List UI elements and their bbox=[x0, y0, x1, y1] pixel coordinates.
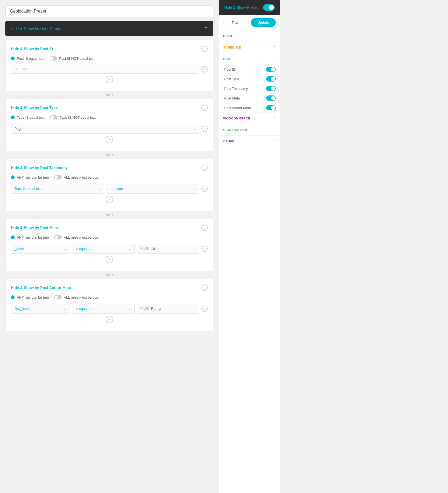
meta-operator-chevron-icon: ⌄ bbox=[129, 247, 131, 251]
sidebar-schedule-header[interactable]: SCHEDULE ⌃ bbox=[219, 42, 280, 53]
right-panel: Hide & Show Preset Trash Update USER ⌃ S… bbox=[219, 0, 280, 493]
sidebar-post-id-label: Post ID bbox=[224, 67, 236, 71]
sidebar-item-post-author-meta: Post Author Meta bbox=[219, 103, 280, 113]
meta-value-field[interactable]: VALUE: 10 bbox=[137, 244, 199, 254]
post-meta-title: Hide & Show by Post Meta bbox=[11, 226, 58, 230]
post-type-add-row: + bbox=[11, 136, 208, 143]
author-any-dot bbox=[11, 295, 15, 299]
post-type-collapse-btn[interactable]: ⌄ bbox=[201, 105, 208, 111]
post-id-add-btn[interactable]: + bbox=[106, 76, 113, 83]
post-author-meta-header: Hide & Show by Post Author Meta ⌄ bbox=[11, 284, 208, 291]
taxonomy-any-option[interactable]: ANY rule can be true bbox=[11, 175, 49, 179]
taxonomy-term-chevron-icon: ⌄ bbox=[98, 187, 101, 191]
taxonomy-all-dot bbox=[54, 175, 62, 179]
taxonomy-clear-btn[interactable]: ✕ bbox=[201, 186, 208, 192]
user-status-chevron[interactable]: ⌃ bbox=[204, 26, 208, 31]
sidebar-geolocation-label: GEOLOCATION bbox=[223, 128, 247, 131]
sidebar-post-author-meta-label: Post Author Meta bbox=[224, 106, 251, 110]
post-meta-header: Hide & Show by Post Meta ⌄ bbox=[11, 225, 208, 231]
post-author-meta-toggle-row: ANY rule can be true ALL rules must be t… bbox=[11, 295, 208, 299]
meta-any-dot bbox=[11, 235, 15, 239]
meta-clear-btn[interactable]: ✕ bbox=[201, 246, 208, 252]
post-type-add-btn[interactable]: + bbox=[106, 136, 113, 143]
post-author-meta-add-btn[interactable]: + bbox=[106, 316, 113, 323]
sidebar-post-meta-label: Post Meta bbox=[224, 96, 240, 100]
left-panel: Hide & Show by User Status ⌃ Hide & Show… bbox=[0, 0, 219, 493]
and-divider-4: AND bbox=[5, 273, 213, 277]
and-divider-1: AND bbox=[5, 93, 213, 97]
post-id-clear-btn[interactable]: ✕ bbox=[201, 66, 208, 73]
meta-operator-dropdown[interactable]: is equal to... ⌄ bbox=[72, 244, 134, 254]
post-is-not-equal-option[interactable]: Post IS NOT equal to... bbox=[50, 56, 95, 61]
sidebar-item-post-type: Post Type bbox=[219, 74, 280, 84]
post-meta-add-btn[interactable]: + bbox=[106, 256, 113, 263]
post-id-collapse-btn[interactable]: ⌄ bbox=[201, 46, 208, 52]
preset-title-input[interactable] bbox=[5, 5, 213, 17]
preset-toggle-switch[interactable] bbox=[263, 4, 275, 11]
post-type-header: Hide & Show by Post Type ⌄ bbox=[11, 105, 208, 111]
sidebar-user-chevron-icon: ⌃ bbox=[273, 34, 276, 38]
post-type-chevron-icon: ⌄ bbox=[193, 127, 196, 131]
sidebar-post-chevron-icon: ⌄ bbox=[273, 57, 276, 61]
sidebar-post-type-label: Post Type bbox=[224, 77, 240, 81]
sidebar-woocommerce-section: WOOCOMMERCE ⌃ bbox=[219, 113, 280, 124]
sidebar-other-section: OTHER ⌃ bbox=[219, 136, 280, 147]
right-panel-title: Hide & Show Preset bbox=[224, 5, 258, 10]
sidebar-post-header[interactable]: POST ⌄ bbox=[219, 53, 280, 65]
post-is-not-equal-dot bbox=[50, 56, 57, 61]
post-taxonomy-add-btn[interactable]: + bbox=[106, 196, 113, 203]
sidebar-post-type-toggle[interactable] bbox=[266, 76, 276, 82]
sidebar-post-taxonomy-toggle[interactable] bbox=[266, 86, 276, 91]
meta-all-option[interactable]: ALL rules must be true bbox=[54, 235, 98, 239]
post-taxonomy-add-row: + bbox=[11, 196, 208, 203]
sidebar-post-id-toggle[interactable] bbox=[266, 67, 276, 72]
type-is-not-equal-option[interactable]: Type IS NOT equal to... bbox=[50, 115, 96, 119]
sidebar-geolocation-chevron-icon: ⌃ bbox=[273, 128, 276, 132]
post-taxonomy-collapse-btn[interactable]: ⌄ bbox=[201, 165, 208, 171]
taxonomy-value-dropdown[interactable]: template ⌄ bbox=[106, 184, 199, 194]
post-author-meta-add-row: + bbox=[11, 316, 208, 323]
sidebar-other-header[interactable]: OTHER ⌃ bbox=[219, 136, 280, 147]
taxonomy-value-chevron-icon: ⌄ bbox=[193, 187, 196, 191]
post-id-section: Hide & Show by Post ID ⌄ Post IS equal t… bbox=[5, 40, 213, 91]
sidebar-post-meta-toggle[interactable] bbox=[266, 95, 276, 101]
post-type-dropdown[interactable]: Page ⌄ bbox=[11, 124, 199, 134]
update-button[interactable]: Update bbox=[251, 18, 276, 27]
sidebar-user-header[interactable]: USER ⌃ bbox=[219, 30, 280, 42]
post-id-header: Hide & Show by Post ID ⌄ bbox=[11, 46, 208, 52]
author-all-dot bbox=[54, 295, 62, 299]
author-clear-btn[interactable]: ✕ bbox=[201, 306, 208, 312]
taxonomy-all-option[interactable]: ALL rules must be true bbox=[54, 175, 98, 179]
meta-any-option[interactable]: ANY rule can be true bbox=[11, 235, 49, 239]
author-all-option[interactable]: ALL rules must be true bbox=[54, 295, 98, 299]
post-taxonomy-input-row: Term is equal to... ⌄ template ⌄ ✕ bbox=[11, 184, 208, 194]
post-is-equal-option[interactable]: Post IS equal to... bbox=[11, 57, 44, 61]
sidebar-item-post-taxonomy: Post Taxonomy bbox=[219, 84, 280, 93]
author-operator-chevron-icon: ⌄ bbox=[129, 307, 131, 311]
taxonomy-any-dot bbox=[11, 175, 15, 179]
trash-button[interactable]: Trash bbox=[223, 18, 249, 27]
post-id-add-row: + bbox=[11, 76, 208, 83]
sidebar-woocommerce-header[interactable]: WOOCOMMERCE ⌃ bbox=[219, 113, 280, 124]
sidebar-geolocation-header[interactable]: GEOLOCATION ⌃ bbox=[219, 124, 280, 135]
post-id-label: POST ID: bbox=[14, 68, 27, 71]
post-author-meta-input-row: first_name ⌄ is equal to... ⌄ VALUE: Ran… bbox=[11, 304, 208, 314]
post-meta-collapse-btn[interactable]: ⌄ bbox=[201, 225, 208, 231]
post-author-meta-collapse-btn[interactable]: ⌄ bbox=[201, 284, 208, 291]
type-is-not-equal-dot bbox=[50, 115, 58, 119]
type-is-equal-option[interactable]: Type IS equal to... bbox=[11, 115, 45, 119]
sidebar-post-author-meta-toggle[interactable] bbox=[266, 105, 276, 110]
right-header: Hide & Show Preset bbox=[219, 0, 280, 15]
author-value-field[interactable]: VALUE: Randy bbox=[137, 304, 199, 314]
post-type-section: Hide & Show by Post Type ⌄ Type IS equal… bbox=[5, 99, 213, 151]
meta-all-dot bbox=[54, 235, 62, 239]
taxonomy-term-dropdown[interactable]: Term is equal to... ⌄ bbox=[11, 184, 104, 194]
and-divider-2: AND bbox=[5, 153, 213, 157]
post-taxonomy-header: Hide & Show by Post Taxonomy ⌄ bbox=[11, 165, 208, 171]
meta-key-dropdown[interactable]: _price ⌄ bbox=[11, 244, 70, 254]
post-type-clear-btn[interactable]: ✕ bbox=[201, 126, 208, 132]
author-key-dropdown[interactable]: first_name ⌄ bbox=[11, 304, 70, 314]
post-id-field[interactable]: POST ID: bbox=[11, 65, 199, 74]
author-any-option[interactable]: ANY rule can be true bbox=[11, 295, 49, 299]
author-operator-dropdown[interactable]: is equal to... ⌄ bbox=[72, 304, 134, 314]
